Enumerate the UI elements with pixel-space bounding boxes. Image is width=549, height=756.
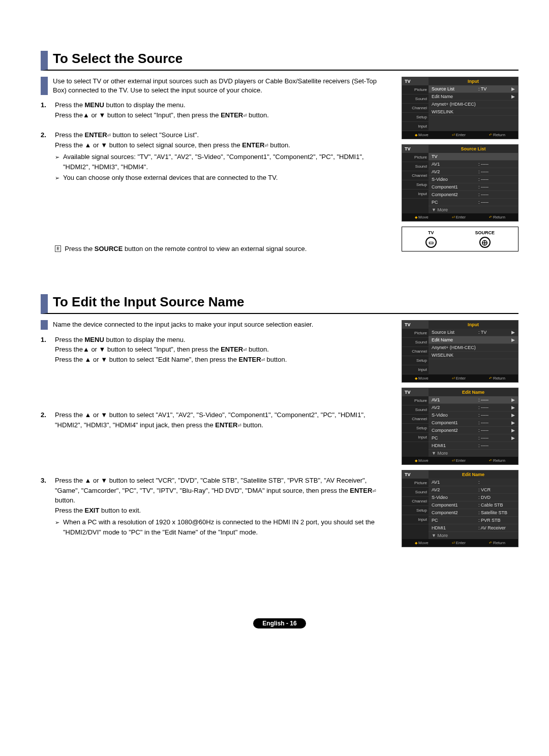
section-edit-name: To Edit the Input Source Name Name the d… [41,294,518,547]
osd-column: TVInput PictureSoundChannelSetupInputSou… [402,320,518,547]
osd-row: Anynet+ (HDMI-CEC) [429,344,518,352]
osd-row: WISELINK [429,352,518,359]
page-number: English - 16 [253,618,306,628]
enter-icon: ⏎ [107,132,111,139]
step-1: Press the MENU button to display the men… [41,100,391,120]
substep: Available signal sources: "TV", "AV1", "… [55,152,391,172]
osd-row: HDMI1: ----- [429,442,518,450]
osd-row: TV [429,153,518,161]
remote-tv-button: ▭ [425,237,437,248]
remote-source-button: ⨁ [479,237,491,248]
osd-row: Edit Name▶ [429,93,518,101]
step-2: Press the ▲ or ▼ button to select "AV1",… [41,410,391,430]
step-1: Press the MENU button to display the men… [41,335,391,365]
osd-row: PC: -----▶ [429,434,518,442]
osd-row: AV2: VCR [429,486,518,494]
enter-icon: ⏎ [372,487,376,494]
osd-row: Component2: -----▶ [429,427,518,434]
remote-hint: TV▭ SOURCE⨁ [402,227,518,251]
remote-icon: 🅁 [55,245,65,253]
osd-row: AV2: ----- [429,168,518,176]
page-footer: English - 16 [41,618,518,628]
osd-row: Component2: Satellite STB [429,509,518,517]
section-title: To Edit the Input Source Name [41,294,518,314]
osd-row: AV1: [429,479,518,486]
osd-row: Component1: ----- [429,183,518,191]
osd-input-panel-2: TVInput PictureSoundChannelSetupInputSou… [402,320,518,383]
osd-row: PC: PVR STB [429,517,518,524]
section-select-source: To Select the Source Use to select TV or… [41,51,518,254]
osd-row: Anynet+ (HDMI-CEC) [429,101,518,108]
remote-tv-label: TV [428,230,434,235]
osd-row: AV1: -----▶ [429,396,518,404]
osd-edit-name-panel: TVEdit Name PictureSoundChannelSetupInpu… [402,388,518,465]
left-column: Use to select TV or other external input… [41,77,391,254]
osd-row: AV2: -----▶ [429,404,518,412]
osd-row: S-Video: -----▶ [429,412,518,419]
osd-row: Component1: Cable STB [429,501,518,509]
osd-row: Edit Name▶ [429,336,518,344]
step-2: Press the ENTER⏎ button to select "Sourc… [41,130,391,183]
osd-column: TVInput PictureSoundChannelSetupInput So… [402,77,518,254]
substep: When a PC with a resolution of 1920 x 10… [55,517,391,537]
intro-text: Use to select TV or other external input… [41,77,391,95]
enter-icon: ⏎ [261,356,265,363]
intro-text: Name the device connected to the input j… [41,320,391,329]
step-3: Press the ▲ or ▼ button to select "VCR",… [41,476,391,537]
osd-row: WISELINK [429,108,518,116]
enter-icon: ⏎ [237,422,241,429]
substep: You can choose only those external devic… [55,173,391,183]
remote-source-label: SOURCE [475,230,495,235]
osd-edit-name-dropdown: TVEdit Name PictureSoundChannelSetupInpu… [402,470,518,547]
steps-list: Press the MENU button to display the men… [41,100,391,183]
enter-icon: ⏎ [264,142,268,149]
osd-row: S-Video: DVD [429,494,518,501]
osd-row: HDMI1: AV Receiver [429,524,518,532]
steps-list: Press the MENU button to display the men… [41,335,391,538]
osd-row: Component1: -----▶ [429,419,518,427]
section-title: To Select the Source [41,51,518,71]
remote-note: 🅁 Press the SOURCE button on the remote … [41,244,391,254]
osd-row: PC: ----- [429,199,518,206]
osd-row: Component2: ----- [429,191,518,199]
osd-input-panel: TVInput PictureSoundChannelSetupInput So… [402,77,518,139]
osd-row: Source List: TV▶ [429,329,518,336]
left-column: Name the device connected to the input j… [41,320,391,547]
osd-row: S-Video: ----- [429,176,518,183]
osd-source-list-panel: TVSource List PictureSoundChannelSetupIn… [402,144,518,222]
osd-row: Source List: TV▶ [429,85,518,93]
osd-row: AV1: ----- [429,161,518,168]
